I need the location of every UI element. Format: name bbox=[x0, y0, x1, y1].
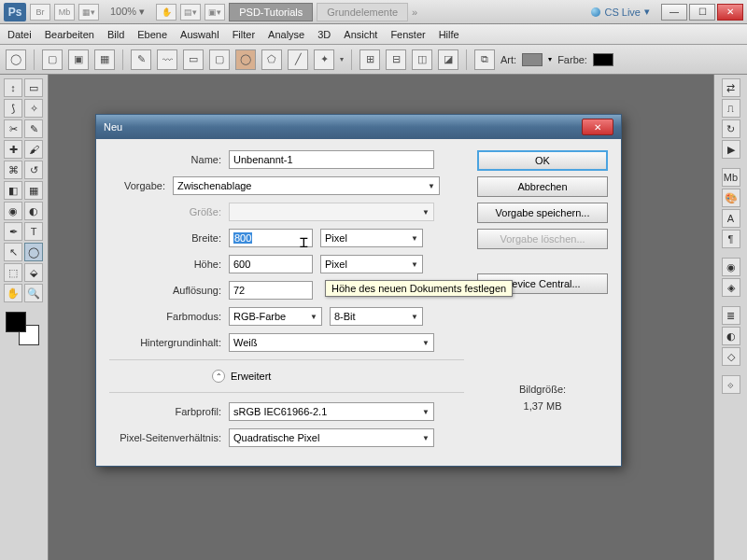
panel-color-icon[interactable]: ◉ bbox=[722, 258, 740, 276]
erweitert-toggle[interactable]: ⌃ Erweitert bbox=[212, 370, 464, 383]
3d-camera-icon[interactable]: ⬙ bbox=[24, 263, 43, 282]
gradient-tool-icon[interactable]: ▦ bbox=[24, 181, 43, 200]
panel-channels-icon[interactable]: ◐ bbox=[722, 327, 740, 345]
ellipse-icon[interactable]: ◯ bbox=[235, 49, 256, 70]
panel-swatches-icon[interactable]: 🎨 bbox=[722, 189, 740, 207]
menu-auswahl[interactable]: Auswahl bbox=[180, 29, 219, 40]
path-select-icon[interactable]: ↖ bbox=[4, 243, 22, 261]
panel-styles-icon[interactable]: ◈ bbox=[722, 278, 740, 297]
farbmodus-depth-select[interactable]: 8-Bit▼ bbox=[330, 307, 423, 326]
farbprofil-select[interactable]: sRGB IEC61966-2.1▼ bbox=[229, 402, 434, 421]
menu-analyse[interactable]: Analyse bbox=[268, 29, 304, 40]
workspace-tab-psd-tutorials[interactable]: PSD-Tutorials bbox=[229, 3, 313, 21]
combine-add-icon[interactable]: ⊞ bbox=[359, 49, 380, 70]
dodge-tool-icon[interactable]: ◐ bbox=[24, 202, 43, 220]
foreground-background-swatch[interactable] bbox=[4, 310, 41, 347]
menu-hilfe[interactable]: Hilfe bbox=[439, 29, 459, 40]
abbrechen-button[interactable]: Abbrechen bbox=[477, 176, 608, 197]
brush-tool-icon[interactable]: 🖌 bbox=[24, 140, 43, 159]
menu-bild[interactable]: Bild bbox=[107, 29, 124, 40]
name-input[interactable] bbox=[229, 150, 434, 169]
style-swatch[interactable] bbox=[522, 53, 543, 66]
current-tool-icon[interactable]: ◯ bbox=[6, 49, 26, 70]
breite-unit-select[interactable]: Pixel▼ bbox=[320, 229, 423, 247]
panel-history-icon[interactable]: ↻ bbox=[722, 119, 740, 138]
wand-tool-icon[interactable]: ✧ bbox=[24, 99, 43, 118]
panel-adjustments-icon[interactable]: ⇄ bbox=[722, 78, 740, 97]
hoehe-input[interactable] bbox=[229, 255, 313, 273]
workspace-tab-grundelemente[interactable]: Grundelemente bbox=[317, 3, 408, 21]
menu-datei[interactable]: Datei bbox=[7, 29, 32, 40]
hand-tool-icon[interactable]: ✋ bbox=[156, 4, 176, 21]
menu-ansicht[interactable]: Ansicht bbox=[344, 29, 377, 40]
panel-brushes-icon[interactable]: ⟐ bbox=[722, 375, 740, 394]
panel-layers-icon[interactable]: ≣ bbox=[722, 306, 740, 325]
combine-intersect-icon[interactable]: ◫ bbox=[412, 49, 432, 70]
pixelsv-select[interactable]: Quadratische Pixel▼ bbox=[229, 428, 434, 447]
panel-paragraph-icon[interactable]: ¶ bbox=[722, 230, 740, 248]
aufloesung-input[interactable] bbox=[229, 281, 313, 300]
ok-button[interactable]: OK bbox=[477, 150, 608, 171]
panel-actions-icon[interactable]: ▶ bbox=[722, 140, 740, 159]
dialog-titlebar[interactable]: Neu ✕ bbox=[96, 115, 621, 139]
dialog-close-button[interactable]: ✕ bbox=[582, 119, 613, 135]
menu-ebene[interactable]: Ebene bbox=[137, 29, 167, 40]
vorgabe-select[interactable]: Zwischenablage▼ bbox=[173, 176, 440, 195]
window-minimize-button[interactable]: — bbox=[661, 4, 687, 21]
combine-exclude-icon[interactable]: ◪ bbox=[438, 49, 458, 70]
bridge-icon[interactable]: Br bbox=[30, 4, 50, 21]
menu-3d[interactable]: 3D bbox=[317, 29, 331, 40]
pen-icon[interactable]: ✎ bbox=[131, 49, 151, 70]
screen-mode-icon[interactable]: ▣▾ bbox=[204, 4, 225, 21]
eraser-tool-icon[interactable]: ◧ bbox=[4, 181, 22, 200]
paths-icon[interactable]: ▣ bbox=[68, 49, 89, 70]
shape-options-arrow-icon[interactable]: ▾ bbox=[340, 55, 344, 63]
minibridge-icon[interactable]: Mb bbox=[54, 4, 75, 21]
hand-tool-icon[interactable]: ✋ bbox=[4, 284, 22, 302]
heal-tool-icon[interactable]: ✚ bbox=[4, 140, 22, 159]
blur-tool-icon[interactable]: ◉ bbox=[4, 202, 22, 220]
vorgabe-speichern-button[interactable]: Vorgabe speichern... bbox=[477, 203, 608, 223]
history-brush-icon[interactable]: ↺ bbox=[24, 161, 43, 179]
type-tool-icon[interactable]: T bbox=[24, 222, 43, 241]
zoom-tool-icon[interactable]: 🔍 bbox=[24, 284, 43, 302]
hoehe-unit-select[interactable]: Pixel▼ bbox=[320, 255, 423, 273]
rounded-rectangle-icon[interactable]: ▢ bbox=[209, 49, 230, 70]
view-extras-icon[interactable]: ▦▾ bbox=[78, 4, 99, 21]
marquee-tool-icon[interactable]: ▭ bbox=[24, 78, 43, 97]
lasso-tool-icon[interactable]: ⟆ bbox=[4, 99, 22, 118]
panel-minibridge-icon[interactable]: Mb bbox=[722, 168, 740, 187]
pen-tool-icon[interactable]: ✒ bbox=[4, 222, 22, 241]
rectangle-icon[interactable]: ▭ bbox=[183, 49, 204, 70]
panel-masks-icon[interactable]: ⎍ bbox=[722, 99, 740, 118]
3d-tool-icon[interactable]: ⬚ bbox=[4, 263, 22, 282]
window-close-button[interactable]: ✕ bbox=[717, 4, 743, 21]
window-maximize-button[interactable]: ☐ bbox=[689, 4, 715, 21]
panel-paths-icon[interactable]: ◇ bbox=[722, 347, 740, 366]
polygon-icon[interactable]: ⬠ bbox=[261, 49, 282, 70]
shape-layers-icon[interactable]: ▢ bbox=[42, 49, 63, 70]
ellipse-shape-tool-icon[interactable]: ◯ bbox=[24, 243, 43, 261]
custom-shape-icon[interactable]: ✦ bbox=[314, 49, 334, 70]
freeform-pen-icon[interactable]: 〰 bbox=[157, 49, 177, 70]
more-tabs-icon[interactable]: » bbox=[412, 7, 417, 18]
breite-input[interactable]: 800 bbox=[229, 229, 313, 247]
panel-character-icon[interactable]: A bbox=[722, 209, 740, 228]
eyedropper-tool-icon[interactable]: ✎ bbox=[24, 119, 43, 138]
color-swatch[interactable] bbox=[593, 53, 613, 66]
crop-tool-icon[interactable]: ✂ bbox=[4, 119, 22, 138]
fill-pixels-icon[interactable]: ▦ bbox=[94, 49, 115, 70]
cs-live-button[interactable]: CS Live ▾ bbox=[591, 6, 650, 18]
arrange-docs-icon[interactable]: ▤▾ bbox=[180, 4, 201, 21]
farbmodus-mode-select[interactable]: RGB-Farbe▼ bbox=[229, 307, 322, 326]
hintergrund-select[interactable]: Weiß▼ bbox=[229, 333, 434, 352]
menu-filter[interactable]: Filter bbox=[233, 29, 255, 40]
combine-subtract-icon[interactable]: ⊟ bbox=[386, 49, 406, 70]
menu-bearbeiten[interactable]: Bearbeiten bbox=[45, 29, 94, 40]
stamp-tool-icon[interactable]: ⌘ bbox=[4, 161, 22, 179]
move-tool-icon[interactable]: ↕ bbox=[4, 78, 22, 97]
zoom-dropdown[interactable]: 100% ▾ bbox=[103, 6, 152, 18]
link-icon[interactable]: ⧉ bbox=[474, 49, 495, 70]
menu-fenster[interactable]: Fenster bbox=[390, 29, 425, 40]
line-icon[interactable]: ╱ bbox=[288, 49, 308, 70]
